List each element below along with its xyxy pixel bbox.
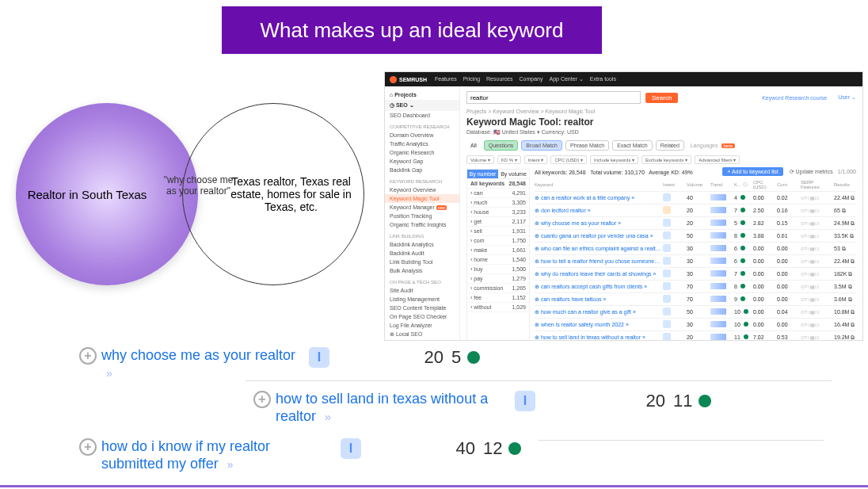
tab-all[interactable]: All	[466, 141, 481, 150]
sidebar-item[interactable]: Backlink Gap	[385, 166, 459, 174]
sidebar-item[interactable]: Keyword Gap	[385, 157, 459, 166]
group-row[interactable]: › make1,661	[467, 246, 529, 255]
callout-keyword[interactable]: + how do i know if my realtor submitted …	[79, 438, 333, 472]
topnav-item[interactable]: Resources	[486, 76, 512, 82]
group-row[interactable]: › can4,291	[467, 189, 529, 198]
intent-badge	[663, 257, 671, 265]
sidebar-item[interactable]: Domain Overview	[385, 131, 459, 139]
topnav-item[interactable]: Pricing	[463, 76, 480, 82]
group-row[interactable]: › fee1,152	[467, 293, 529, 303]
venn-diagram: Realtor in South Texas Texas realtor, Te…	[16, 71, 380, 309]
plus-icon[interactable]: +	[79, 438, 97, 456]
sidebar-item[interactable]: Link Building Tool	[385, 258, 459, 266]
sidebar-item[interactable]: SEO Content Template	[385, 304, 459, 312]
col-header[interactable]: Intent	[663, 182, 685, 187]
sidebar-item[interactable]: Log File Analyzer	[385, 321, 459, 330]
group-row[interactable]: › pay1,279	[467, 274, 529, 284]
filter-dropdown[interactable]: CPC (USD) ▾	[550, 155, 587, 164]
tab-related[interactable]: Related	[656, 140, 684, 151]
match-type-tabs: All Questions Broad Match Phrase Match E…	[466, 140, 856, 151]
tab-questions[interactable]: Questions	[484, 140, 519, 151]
sidebar-item[interactable]: Keyword Overview	[385, 185, 459, 194]
plus-icon[interactable]: +	[79, 347, 97, 365]
group-row[interactable]: › get2,117	[467, 217, 529, 227]
col-header[interactable]: CPC (USD)	[753, 180, 775, 189]
group-row[interactable]: › much3,305	[467, 198, 529, 208]
sidebar-item[interactable]: Keyword Managernew	[385, 203, 459, 212]
col-header[interactable]: Results	[834, 182, 856, 187]
sidebar-item[interactable]: Listing Management	[385, 295, 459, 304]
col-header[interactable]: SERP Features	[801, 180, 832, 189]
table-row[interactable]: ⊕ how to sell land in texas without a re…	[535, 331, 856, 340]
sidebar-item[interactable]: Backlink Audit	[385, 249, 459, 258]
filter-dropdown[interactable]: Intent ▾	[524, 155, 548, 164]
sidebar-item[interactable]: Site Audit	[385, 286, 459, 295]
sidebar-item[interactable]: Position Tracking	[385, 212, 459, 220]
col-header[interactable]: Volume	[687, 182, 709, 187]
col-header[interactable]: K... ⓘ	[734, 181, 752, 189]
update-metrics[interactable]: ⟳ Update metrics	[790, 169, 833, 174]
table-row[interactable]: ⊕ when is realtor safety month 2022 » 30…	[535, 319, 856, 331]
table-row[interactable]: ⊕ can realtors have tattoos » 70 9 0.00 …	[535, 293, 856, 306]
plus-icon[interactable]: +	[253, 391, 271, 408]
sidebar-item[interactable]: Backlink Analytics	[385, 240, 459, 249]
sidebar-item[interactable]: On Page SEO Checker	[385, 312, 459, 321]
tab-exact-match[interactable]: Exact Match	[612, 140, 653, 151]
filter-dropdown[interactable]: Include keywords ▾	[590, 155, 638, 164]
volume-value: 20	[570, 391, 665, 411]
groups-by-volume[interactable]: By volume	[498, 170, 529, 179]
table-row[interactable]: ⊕ why do realtors leave their cards at s…	[535, 268, 856, 281]
user-menu[interactable]: User ⌄	[838, 94, 856, 101]
intent-badge	[663, 320, 671, 328]
breadcrumb: Projects > Keyword Overview > Keyword Ma…	[466, 109, 856, 114]
group-row[interactable]: › home1,540	[467, 255, 529, 265]
sidebar-item[interactable]: Traffic Analytics	[385, 139, 459, 148]
group-row[interactable]: › com1,750	[467, 236, 529, 246]
group-row[interactable]: › sell1,931	[467, 227, 529, 236]
group-row[interactable]: › house3,233	[467, 208, 529, 217]
group-row[interactable]: › buy1,500	[467, 265, 529, 274]
keyword-search-input[interactable]	[466, 91, 641, 104]
table-row[interactable]: ⊕ how to tell a realtor friend you chose…	[535, 255, 856, 268]
table-row[interactable]: ⊕ why choose me as your realtor » 20 5 2…	[535, 217, 856, 230]
filter-dropdown[interactable]: KD % ▾	[497, 155, 521, 164]
sidebar-projects[interactable]: ⌂ Projects	[385, 90, 459, 100]
table-row[interactable]: ⊕ cuanto gana un realtor por vender una …	[535, 230, 856, 243]
callout-keyword[interactable]: + how to sell land in texas without a re…	[253, 391, 507, 425]
topnav-item[interactable]: Company	[520, 76, 543, 82]
sidebar-group: KEYWORD RESEARCH	[385, 178, 459, 185]
table-row[interactable]: ⊕ can a realtor work at a title company …	[535, 192, 856, 204]
group-row[interactable]: › without1,029	[467, 303, 529, 312]
filter-dropdown[interactable]: Exclude keywords ▾	[641, 155, 691, 164]
tab-broad-match[interactable]: Broad Match	[521, 140, 562, 151]
sidebar-item[interactable]: Organic Research	[385, 148, 459, 157]
filter-dropdown[interactable]: Volume ▾	[466, 155, 494, 164]
sidebar-seo[interactable]: ◷ SEO ⌄	[385, 100, 459, 111]
col-header[interactable]: Com.	[777, 182, 799, 187]
add-to-list-button[interactable]: + Add to keyword list	[722, 167, 782, 176]
topnav-item[interactable]: Features	[435, 76, 457, 82]
table-row[interactable]: ⊕ don ledford realtor » 20 7 2.50 0.16 ⊙…	[535, 204, 856, 217]
tab-phrase-match[interactable]: Phrase Match	[565, 140, 609, 151]
beta-badge: beta	[721, 143, 736, 148]
sidebar-item[interactable]: Organic Traffic Insights	[385, 220, 459, 229]
sidebar-item[interactable]: Keyword Magic Tool	[385, 194, 459, 203]
topnav-item[interactable]: App Center ⌄	[549, 76, 583, 82]
group-row[interactable]: › commission1,265	[467, 284, 529, 293]
table-row[interactable]: ⊕ how much can a realtor give as a gift …	[535, 306, 856, 319]
filter-dropdown[interactable]: Advanced filters ▾	[695, 155, 740, 164]
sidebar-item[interactable]: ⊕ Local SEO	[385, 330, 459, 339]
groups-by-number[interactable]: By number	[467, 170, 498, 179]
topnav-item[interactable]: Extra tools	[590, 76, 616, 82]
table-row[interactable]: ⊕ can realtors accept cash gifts from cl…	[535, 281, 856, 293]
research-course-link[interactable]: Keyword Research course	[762, 95, 827, 101]
sidebar-item[interactable]: Bulk Analysis	[385, 266, 459, 275]
col-header[interactable]: Trend	[710, 182, 733, 187]
sidebar-item[interactable]: 📢 Advertising	[385, 339, 459, 341]
col-header[interactable]: Keyword	[535, 182, 661, 187]
search-button[interactable]: Search	[645, 93, 678, 103]
callout-keyword[interactable]: + why choose me as your realtor »	[79, 347, 301, 381]
sidebar-group: COMPETITIVE RESEARCH	[385, 123, 459, 131]
table-row[interactable]: ⊕ who can file an ethics complaint again…	[535, 243, 856, 255]
sidebar-item[interactable]: SEO Dashboard	[385, 111, 459, 120]
